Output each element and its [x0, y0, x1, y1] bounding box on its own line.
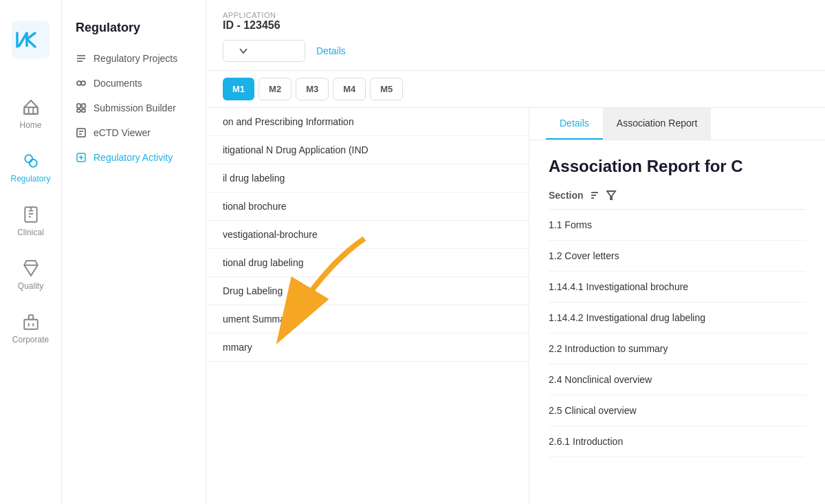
module-btn-m3[interactable]: M3 — [296, 78, 329, 100]
right-tab-association-report[interactable]: Association Report — [603, 108, 712, 140]
secondary-sidebar: Regulatory Regulatory Projects Documents… — [62, 0, 206, 504]
header-row: Details — [223, 40, 808, 62]
main-content-area: Application ID - 123456 Details M1 M2 M3… — [206, 0, 825, 504]
svg-rect-10 — [28, 315, 33, 320]
module-btn-m4[interactable]: M4 — [333, 78, 366, 100]
sidebar-item-corporate[interactable]: Corporate — [3, 303, 58, 354]
module-tabs-row: M1 M2 M3 M4 M5 — [206, 71, 825, 108]
sidebar-item-documents[interactable]: Documents — [62, 71, 206, 96]
svg-rect-22 — [77, 129, 85, 137]
filter-icon[interactable] — [606, 190, 617, 201]
right-panel-tabs: Details Association Report — [529, 108, 825, 140]
svg-point-16 — [77, 81, 81, 85]
right-content: Association Report for C Section 1.1 For… — [529, 140, 825, 474]
tree-item-ind[interactable]: itigational N Drug Application (IND — [206, 136, 529, 164]
sidebar-item-regulatory-projects-label: Regulatory Projects — [94, 53, 177, 64]
module-buttons: M1 M2 M3 M4 M5 — [223, 71, 403, 107]
section-row-1.1[interactable]: 1.1 Forms — [549, 210, 806, 241]
module-btn-m2[interactable]: M2 — [258, 78, 292, 100]
app-label: Application — [223, 11, 808, 19]
svg-rect-9 — [24, 320, 38, 329]
sidebar-item-ectd-viewer[interactable]: eCTD Viewer — [62, 120, 206, 145]
sidebar-item-regulatory-activity-label: Regulatory Activity — [94, 152, 173, 163]
section-row-1.2[interactable]: 1.2 Cover letters — [549, 241, 806, 272]
module-btn-m5[interactable]: M5 — [370, 78, 403, 100]
svg-rect-20 — [77, 109, 80, 112]
svg-point-3 — [29, 160, 36, 167]
section-header: Section — [549, 190, 806, 210]
sidebar-item-clinical[interactable]: Clinical — [3, 196, 58, 247]
right-tab-details[interactable]: Details — [546, 108, 603, 140]
sidebar-item-corporate-label: Corporate — [12, 335, 49, 344]
tree-item-brochure[interactable]: tional brochure — [206, 193, 529, 221]
sidebar-item-home[interactable]: Home — [3, 89, 58, 140]
section-row-2.2[interactable]: 2.2 Introduction to summary — [549, 333, 806, 364]
top-header: Application ID - 123456 Details — [206, 0, 825, 71]
icon-sidebar: Home Regulatory Clinical Quality — [0, 0, 62, 504]
details-link[interactable]: Details — [316, 45, 346, 56]
svg-rect-21 — [82, 109, 85, 112]
sidebar-item-clinical-label: Clinical — [17, 228, 44, 237]
left-panel: on and Prescribing Information itigation… — [206, 108, 529, 504]
sidebar-item-regulatory[interactable]: Regulatory — [3, 142, 58, 193]
section-row-2.6.1[interactable]: 2.6.1 Introduction — [549, 426, 806, 457]
sidebar-item-regulatory-activity[interactable]: Regulatory Activity — [62, 145, 206, 170]
section-row-1.14.4.1[interactable]: 1.14.4.1 Investigational brochure — [549, 272, 806, 303]
sort-icon[interactable] — [589, 190, 600, 201]
sidebar-item-documents-label: Documents — [94, 78, 142, 89]
sidebar-item-submission-builder[interactable]: Submission Builder — [62, 96, 206, 120]
sidebar-item-quality-label: Quality — [18, 281, 43, 291]
dropdown-selector[interactable] — [223, 40, 305, 62]
tree-item-document-summaries[interactable]: ument Summaries — [206, 305, 529, 333]
sidebar-item-submission-builder-label: Submission Builder — [94, 102, 176, 113]
tree-item-drug-labeling-2[interactable]: Drug Labeling — [206, 277, 529, 305]
module-btn-m1[interactable]: M1 — [223, 78, 254, 100]
sidebar-item-home-label: Home — [19, 120, 41, 130]
svg-rect-1 — [24, 107, 38, 114]
svg-point-17 — [81, 81, 85, 85]
tree-item-summary[interactable]: mmary — [206, 333, 529, 362]
logo — [5, 14, 56, 68]
tree-item-prescribing[interactable]: on and Prescribing Information — [206, 108, 529, 136]
app-id: ID - 123456 — [223, 19, 808, 32]
section-row-2.4[interactable]: 2.4 Nonclinical overview — [549, 364, 806, 395]
report-title: Association Report for C — [549, 157, 806, 176]
secondary-sidebar-title: Regulatory — [62, 14, 206, 46]
panels: on and Prescribing Information itigation… — [206, 108, 825, 504]
sidebar-item-quality[interactable]: Quality — [3, 250, 58, 300]
svg-rect-19 — [82, 104, 85, 108]
section-row-2.5[interactable]: 2.5 Clinical overview — [549, 395, 806, 426]
svg-rect-18 — [77, 104, 80, 108]
sidebar-item-regulatory-projects[interactable]: Regulatory Projects — [62, 46, 206, 71]
svg-point-2 — [25, 155, 32, 162]
svg-marker-30 — [607, 191, 615, 199]
sidebar-item-regulatory-label: Regulatory — [10, 174, 50, 184]
tree-item-tional-drug[interactable]: tional drug labeling — [206, 249, 529, 277]
right-panel: Details Association Report Association R… — [529, 108, 825, 504]
section-row-1.14.4.2[interactable]: 1.14.4.2 Investigational drug labeling — [549, 303, 806, 333]
tree-item-investigational-brochure[interactable]: vestigational-brochure — [206, 221, 529, 249]
sidebar-item-ectd-viewer-label: eCTD Viewer — [94, 127, 151, 138]
tree-item-drug-labeling[interactable]: il drug labeling — [206, 164, 529, 193]
